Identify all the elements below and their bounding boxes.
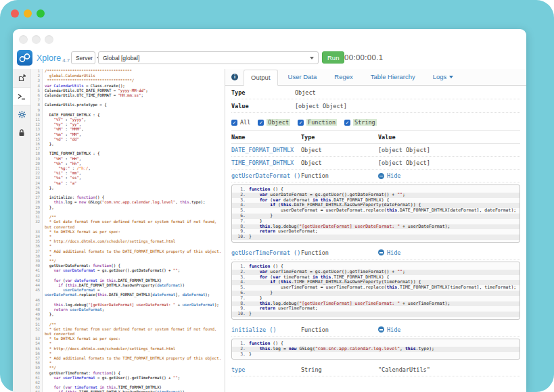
editor-line[interactable]: 40 getUserDateFormat: function() { xyxy=(31,264,225,268)
property-link[interactable]: initialize () xyxy=(231,326,277,333)
main-split: 1/*************************************2… xyxy=(13,69,526,392)
editor-line[interactable]: 5CalendarUtils.UTC_DATE_FORMAT = "yyyy-M… xyxy=(31,89,225,93)
editor-line[interactable]: 13 "%M" : "MMM", xyxy=(31,127,225,132)
checkbox-all[interactable]: ✓ xyxy=(231,120,237,126)
server-select[interactable]: Server xyxy=(71,51,95,64)
hide-link[interactable]: Hide xyxy=(378,249,520,256)
property-link[interactable]: TIME_FORMAT_DHTMLX xyxy=(231,160,294,166)
checkbox-function[interactable]: ✓ xyxy=(298,120,304,126)
editor-line[interactable]: 20 "%h" : "hh", xyxy=(31,162,225,166)
editor-line[interactable]: 31 /** xyxy=(31,215,225,220)
editor-line[interactable]: 36 * xyxy=(31,244,225,249)
editor-line[interactable]: 29 }, xyxy=(31,205,225,210)
info-icon[interactable]: i xyxy=(231,74,238,80)
side-menu-terminal[interactable] xyxy=(13,87,30,105)
editor-line[interactable]: 42 xyxy=(31,274,225,278)
editor-line[interactable]: 33 * to DHTMLX format as per spec: xyxy=(31,230,225,235)
editor-line[interactable]: 19 "%H" : "HH", xyxy=(31,157,225,162)
line-number: 50 xyxy=(31,317,43,322)
editor-line[interactable]: 12 "%y" : "yy", xyxy=(31,122,225,127)
editor-line[interactable]: 9 xyxy=(31,108,225,113)
editor-line[interactable]: 28 this.log = new GSLog("com.snc.app.cal… xyxy=(31,200,225,205)
tab-logs[interactable]: Logs xyxy=(425,69,461,85)
editor-line[interactable]: 15 "%d" : "dd" xyxy=(31,137,225,142)
editor-line[interactable]: 54 * xyxy=(31,341,225,346)
side-menu-open-new-window[interactable] xyxy=(13,69,30,87)
property-link[interactable]: type xyxy=(231,366,245,373)
scope-select[interactable]: Global [global] xyxy=(98,51,319,64)
property-link[interactable]: getUserDateFormat () xyxy=(231,172,300,179)
editor-line[interactable]: 50 xyxy=(31,317,225,322)
editor-line[interactable]: 27 initialize: function() { xyxy=(31,195,225,200)
tab-user-data[interactable]: User Data xyxy=(281,69,325,85)
hide-link[interactable]: Hide xyxy=(378,326,520,333)
editor-line[interactable]: 43 for (var dateFormat in this.DATE_FORM… xyxy=(31,278,225,283)
editor-line[interactable]: 10 DATE_FORMAT_DHTMLX : { xyxy=(31,113,225,118)
editor-line[interactable]: 8CalendarUtils.prototype = { xyxy=(31,103,225,107)
editor-line[interactable]: 59 **/ xyxy=(31,366,225,370)
editor-line[interactable]: 30 xyxy=(31,210,225,215)
editor-line[interactable]: 21 "%g:" : /^h:/, xyxy=(31,166,225,171)
editor-line[interactable]: 53 * to DHTMLX format as per spec: xyxy=(31,337,225,341)
editor-line[interactable]: 26 xyxy=(31,191,225,195)
editor-line[interactable]: 22 "%i" : "mm", xyxy=(31,171,225,176)
editor-line[interactable]: 34 * xyxy=(31,235,225,239)
property-link[interactable]: getUserTimeFormat () xyxy=(231,249,300,256)
checkbox-string[interactable]: ✓ xyxy=(344,120,350,126)
property-link[interactable]: DATE_FORMAT_DHTMLX xyxy=(231,147,294,153)
editor-line[interactable]: 62 xyxy=(31,381,225,385)
minimize-window-icon[interactable] xyxy=(24,9,32,18)
code-editor[interactable]: 1/*************************************2… xyxy=(31,69,225,392)
close-window-icon[interactable] xyxy=(11,9,19,18)
editor-line[interactable]: 45 userDateFormat = userDateFormat.repla… xyxy=(31,288,225,297)
editor-line[interactable]: 18 TIME_FORMAT_DHTMLX : { xyxy=(31,151,225,156)
editor-line[interactable]: 16 }, xyxy=(31,142,225,147)
editor-line[interactable]: 17 xyxy=(31,147,225,151)
editor-line[interactable]: 2 global.CalendarUtils xyxy=(31,74,225,78)
editor-line[interactable]: 56 * xyxy=(31,351,225,356)
editor-line[interactable]: 37 * Add additional formats to the DATE_… xyxy=(31,249,225,254)
table-header: NameTypeValue xyxy=(231,130,520,144)
run-button[interactable]: Run xyxy=(322,51,344,64)
editor-line[interactable]: 32 * Get date format from user defined f… xyxy=(31,220,225,229)
tab-regex[interactable]: Regex xyxy=(327,69,360,85)
editor-line[interactable]: 57 * Add additional formats to the TIME_… xyxy=(31,356,225,361)
source-line: 1.function () { xyxy=(232,341,520,347)
editor-line[interactable]: 63 for (var timeFormat in this.TIME_FORM… xyxy=(31,385,225,390)
tab-output[interactable]: Output xyxy=(244,70,278,86)
checkbox-object[interactable]: ✓ xyxy=(258,120,264,126)
editor-line[interactable]: 35 * http://docs.dhtmlx.com/scheduler/se… xyxy=(31,239,225,244)
editor-line[interactable]: 11 "%Y" : "yyyy", xyxy=(31,118,225,122)
editor-line[interactable]: 1/************************************* xyxy=(31,69,225,74)
maximize-window-icon[interactable] xyxy=(37,9,45,18)
editor-line[interactable]: 23 "%s" : "ss", xyxy=(31,176,225,180)
editor-line[interactable]: 48 return userDateFormat; xyxy=(31,308,225,312)
line-number: 20 xyxy=(31,162,43,166)
tab-table-hierarchy[interactable]: Table Hierarchy xyxy=(363,69,423,85)
editor-line[interactable]: 46 xyxy=(31,298,225,303)
editor-line[interactable]: 49 }, xyxy=(31,312,225,317)
source-line: 2. var userDateFormat = gs.getUser().get… xyxy=(232,193,520,198)
editor-line[interactable]: 3 *************************************/ xyxy=(31,78,225,83)
side-menu-gear[interactable] xyxy=(13,105,30,124)
editor-line[interactable]: 14 "%m" : "MM", xyxy=(31,132,225,137)
editor-line[interactable]: 51 /** xyxy=(31,322,225,327)
editor-line[interactable]: 60 getUserTimeFormat: function() { xyxy=(31,371,225,376)
hide-link[interactable]: Hide xyxy=(378,172,520,179)
editor-line[interactable]: 7 xyxy=(31,98,225,103)
editor-line[interactable]: 38 * xyxy=(31,254,225,259)
editor-line[interactable]: 6CalendarUtils.UTC_TIME_FORMAT = "HH:mm:… xyxy=(31,93,225,98)
editor-line[interactable]: 41 var userDateFormat = gs.getUser().get… xyxy=(31,268,225,273)
editor-line[interactable]: 55 * http://docs.dhtmlx.com/scheduler/se… xyxy=(31,347,225,351)
editor-line[interactable]: 44 if (this.DATE_FORMAT_DHTMLX.hasOwnPro… xyxy=(31,283,225,288)
editor-line[interactable]: 4var CalendarUtils = Class.create(); xyxy=(31,84,225,89)
line-number: 13 xyxy=(31,127,43,132)
editor-line[interactable]: 39 **/ xyxy=(31,259,225,264)
side-menu-lock[interactable] xyxy=(13,124,30,142)
editor-line[interactable]: 58 * xyxy=(31,361,225,366)
editor-line[interactable]: 61 var userTimeFormat = gs.getUser().get… xyxy=(31,376,225,381)
editor-line[interactable]: 52 * Get time format from user defined f… xyxy=(31,327,225,337)
editor-line[interactable]: 25 }, xyxy=(31,186,225,191)
editor-line[interactable]: 47 this.log.debug("[getUserDateFormat] u… xyxy=(31,303,225,308)
editor-line[interactable]: 24 "%a" : "a" xyxy=(31,181,225,186)
